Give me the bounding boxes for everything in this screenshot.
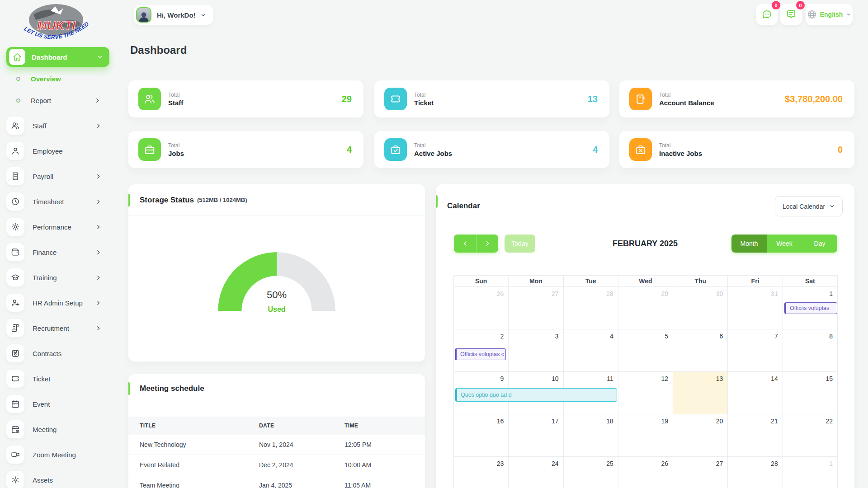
meeting-schedule-card: Meeting schedule TITLE DATE TIME New Tec… [128, 374, 425, 488]
calendar-day[interactable]: 27 [673, 457, 727, 488]
sidebar-item-overview[interactable]: Overview [0, 69, 116, 89]
calendar-day[interactable]: 6 [673, 329, 727, 371]
user-plus-icon [6, 294, 24, 312]
calendar-day[interactable]: 30 [673, 287, 727, 329]
calendar-day[interactable]: 19 [618, 414, 673, 456]
calendar-day[interactable]: 29 [618, 287, 673, 329]
sidebar-item-meeting[interactable]: Meeting [0, 417, 116, 442]
view-week-button[interactable]: Week [767, 235, 802, 253]
view-month-button[interactable]: Month [731, 235, 767, 253]
accent-bar [128, 382, 130, 395]
calendar-source-select[interactable]: Local Calendar [775, 196, 843, 216]
calendar-day[interactable]: 5 [618, 329, 673, 371]
calendar-day[interactable]: 12 [618, 372, 673, 414]
asterisk-icon [6, 471, 24, 488]
sidebar-item-assets[interactable]: Assets [0, 467, 116, 488]
sidebar-item-timesheet[interactable]: Timesheet [0, 189, 116, 214]
table-row[interactable]: Event Related Dec 2, 2024 10:00 AM [128, 455, 425, 475]
stat-value: 13 [588, 94, 598, 104]
calendar-day[interactable]: 18 [563, 414, 618, 456]
calendar-day[interactable]: 28 [563, 287, 618, 329]
sidebar-item-hr-admin-setup[interactable]: HR Admin Setup [0, 290, 116, 315]
calendar-toolbar: Today FEBRUARY 2025 Month Week Day [436, 228, 854, 259]
calendar-day[interactable]: 3 [508, 329, 563, 371]
sidebar-item-employee[interactable]: Employee [0, 138, 116, 164]
ticket-icon [6, 370, 24, 388]
sidebar-item-dashboard[interactable]: Dashboard [6, 47, 109, 67]
calendar-day[interactable]: 7 [727, 329, 782, 371]
calendar-day-today[interactable]: 13 [673, 372, 727, 414]
briefcase-check-icon [384, 138, 407, 161]
sidebar-item-event[interactable]: Event [0, 391, 116, 417]
messenger-button[interactable]: 0 [756, 4, 778, 25]
calendar-day[interactable]: 17 [508, 414, 563, 456]
calendar-day[interactable]: 31 [727, 287, 782, 329]
globe-icon [807, 9, 817, 19]
meeting-schedule-title: Meeting schedule [140, 384, 204, 393]
sidebar-item-performance[interactable]: Performance [0, 214, 116, 239]
calendar-event[interactable]: Quos optio quo ad d [455, 388, 617, 402]
home-icon [9, 49, 25, 65]
calendar-weekday-header: Sun Mon Tue Wed Thu Fri Sat [454, 276, 837, 287]
calendar-day[interactable]: 1 [783, 457, 837, 488]
graduation-cap-icon [6, 268, 24, 286]
language-selector[interactable]: English [806, 4, 853, 25]
table-row[interactable]: Team Meeting Jan 4, 2025 11:05 AM [128, 475, 425, 488]
calendar-day[interactable]: 22 [783, 414, 837, 456]
storage-used-label: Used [128, 305, 425, 314]
storage-percent: 50% [128, 289, 425, 301]
sidebar-item-staff[interactable]: Staff [0, 113, 116, 138]
calendar-day[interactable]: 27 [508, 287, 563, 329]
calendar-day[interactable]: 8 [783, 329, 837, 371]
briefcase-x-icon [629, 138, 652, 161]
calendar-day[interactable]: 14 [727, 372, 782, 414]
sidebar-item-payroll[interactable]: Payroll [0, 164, 116, 189]
stat-value: 0 [838, 145, 843, 155]
target-icon [6, 218, 24, 236]
calendar-day[interactable]: 24 [508, 457, 563, 488]
calendar-day[interactable]: 26 [454, 287, 508, 329]
wallet-icon [6, 243, 24, 261]
chevron-right-icon [95, 275, 101, 281]
users-icon [6, 117, 24, 135]
calendar-title: Calendar [447, 202, 480, 211]
user-menu[interactable]: Hi, WorkDo! [134, 5, 213, 25]
calendar-day[interactable]: 4 [563, 329, 618, 371]
chat-bubble-icon [761, 9, 772, 20]
calendar-day[interactable]: 23 [454, 457, 508, 488]
accent-bar [128, 194, 130, 206]
sidebar-item-recruitment[interactable]: Recruitment [0, 315, 116, 341]
calendar-day[interactable]: 26 [618, 457, 673, 488]
bullet-icon [16, 77, 20, 81]
calendar-day[interactable]: 15 [783, 372, 837, 414]
save-icon [6, 344, 24, 362]
sidebar-item-finance[interactable]: Finance [0, 239, 116, 265]
calendar-day[interactable]: 16 [454, 414, 508, 456]
calendar-day[interactable]: 20 [673, 414, 727, 456]
calendar-day[interactable]: 28 [727, 457, 782, 488]
notifications-button[interactable]: 0 [780, 4, 802, 25]
calendar-day[interactable]: 21 [727, 414, 782, 456]
sidebar-item-contracts[interactable]: Contracts [0, 341, 116, 366]
chevron-right-icon [95, 325, 101, 331]
sidebar-item-report[interactable]: Report [0, 90, 116, 110]
user-icon [6, 142, 24, 160]
greeting-text: Hi, WorkDo! [157, 11, 196, 19]
view-day-button[interactable]: Day [802, 235, 837, 253]
sidebar-item-training[interactable]: Training [0, 265, 116, 290]
meeting-table-header: TITLE DATE TIME [128, 417, 425, 435]
sidebar-item-zoom-meeting[interactable]: Zoom Meeting [0, 442, 116, 467]
chevron-right-icon [95, 123, 101, 129]
table-row[interactable]: New Technology Nov 1, 2024 12:05 PM [128, 435, 425, 455]
chevron-down-icon [846, 12, 851, 17]
calendar-event[interactable]: Officiis voluptas [784, 302, 837, 314]
chevron-right-icon [95, 300, 101, 306]
stat-value: 4 [593, 145, 598, 155]
briefcase-icon [138, 138, 161, 161]
calendar-week: 16 17 18 19 20 21 22 [454, 414, 837, 457]
calendar-event[interactable]: Officiis voluptas c [455, 348, 506, 360]
calendar-day[interactable]: 25 [563, 457, 618, 488]
notification-badge: 0 [796, 1, 805, 9]
sidebar-item-ticket[interactable]: Ticket [0, 366, 116, 391]
calendar-card: Calendar Local Calendar Today FEBRUARY 2… [436, 184, 854, 488]
